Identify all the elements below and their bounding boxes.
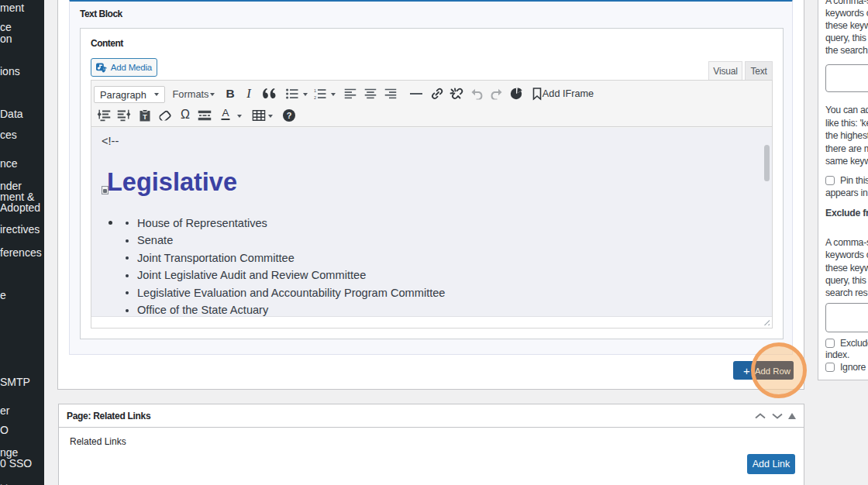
svg-text:T: T <box>143 113 147 121</box>
svg-text:2: 2 <box>314 95 316 99</box>
svg-text:?: ? <box>287 111 292 120</box>
svg-text:1: 1 <box>314 88 316 93</box>
